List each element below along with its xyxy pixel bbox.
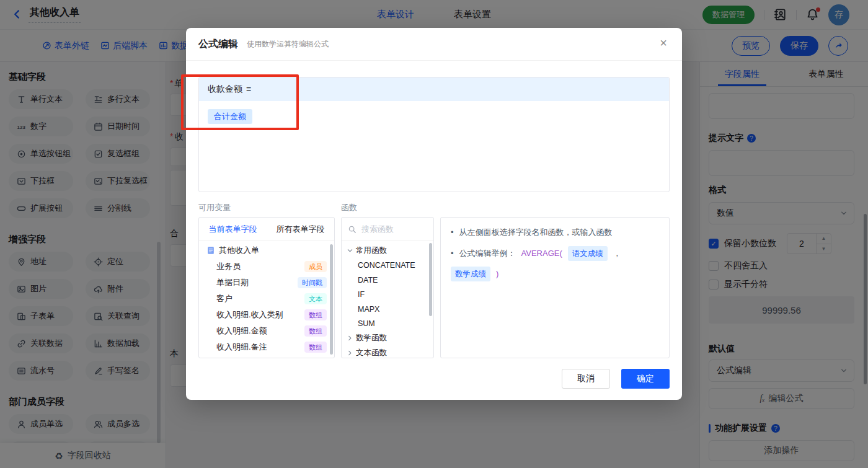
bullet: • — [451, 226, 454, 239]
variable-root[interactable]: 其他收入单 — [199, 242, 334, 258]
variable-item[interactable]: 收入明细.备注数组 — [199, 339, 334, 355]
function-item[interactable]: DATE — [342, 273, 433, 288]
variable-item[interactable]: 客户文本 — [199, 291, 334, 307]
variable-item-partial[interactable] — [199, 355, 334, 358]
app: 其他收入单 表单设计 表单设置 数据管理 存 表单外链后端脚本数据权 预览 保存… — [0, 0, 868, 468]
caret-right-icon — [347, 335, 353, 342]
variable-name: 客户 — [216, 293, 232, 304]
variables-panel: 当前表单字段 所有表单字段 其他收入单 业务员成员单据日期时间戳客户文本收入明细… — [198, 217, 335, 358]
variable-name: 收入明细.金额 — [216, 325, 267, 337]
caret-right-icon — [347, 350, 353, 356]
example-comma: ， — [613, 247, 621, 260]
variable-name: 单据日期 — [216, 277, 249, 288]
variable-type-badge: 文本 — [304, 293, 327, 304]
variable-root-label: 其他收入单 — [219, 245, 259, 256]
tab-all-form-fields[interactable]: 所有表单字段 — [267, 218, 334, 241]
modal-subtitle: 使用数学运算符编辑公式 — [247, 39, 329, 50]
variables-scrollbar[interactable] — [330, 244, 333, 355]
variable-type-badge — [306, 358, 327, 358]
variable-type-badge: 时间戳 — [298, 277, 327, 288]
function-group-label: 文本函数 — [356, 348, 387, 356]
functions-panel: 常用函数CONCATENATEDATEIFMAPXSUM数学函数文本函数 — [341, 217, 434, 358]
function-group[interactable]: 数学函数 — [342, 331, 433, 346]
caret-down-icon — [347, 247, 353, 254]
confirm-button[interactable]: 确定 — [621, 369, 670, 389]
example-field-tag: 数学成绩 — [451, 267, 490, 281]
function-search[interactable] — [342, 218, 433, 241]
tips-panel: •从左侧面板选择字段名和函数，或输入函数 •公式编辑举例：AVERAGE(语文成… — [440, 217, 670, 358]
function-item[interactable]: SUM — [342, 317, 433, 332]
search-icon — [348, 225, 356, 234]
function-group[interactable]: 文本函数 — [342, 346, 433, 357]
variable-name: 收入明细.收入类别 — [216, 309, 283, 320]
variable-name: 业务员 — [216, 261, 241, 272]
functions-scrollbar[interactable] — [429, 243, 432, 316]
document-icon — [206, 246, 215, 255]
function-group-label: 数学函数 — [356, 333, 387, 343]
variables-label: 可用变量 — [198, 202, 341, 213]
function-group[interactable]: 常用函数 — [342, 244, 433, 258]
variable-item[interactable]: 业务员成员 — [199, 258, 334, 275]
example-function-close: ) — [496, 267, 498, 281]
function-item[interactable]: CONCATENATE — [342, 258, 433, 273]
example-function-open: AVERAGE( — [521, 247, 562, 260]
modal-title: 公式编辑 — [198, 38, 238, 51]
tip-text: 从左侧面板选择字段名和函数，或输入函数 — [459, 226, 613, 239]
variable-type-badge: 数组 — [304, 309, 327, 320]
function-item[interactable]: IF — [342, 288, 433, 302]
variable-type-badge: 数组 — [304, 325, 327, 337]
variable-item[interactable]: 收入明细.金额数组 — [199, 323, 334, 339]
variable-type-badge: 数组 — [304, 342, 327, 353]
search-input[interactable] — [360, 224, 422, 234]
variable-name: 收入明细.备注 — [216, 342, 267, 353]
example-field-tag: 语文成绩 — [568, 246, 608, 261]
tab-current-form-fields[interactable]: 当前表单字段 — [199, 218, 267, 241]
variable-item[interactable]: 单据日期时间戳 — [199, 275, 334, 291]
variable-type-badge: 成员 — [304, 261, 327, 272]
function-item[interactable]: MAPX — [342, 302, 433, 317]
function-group-label: 常用函数 — [356, 245, 387, 256]
cancel-button[interactable]: 取消 — [562, 369, 610, 389]
close-icon[interactable]: × — [660, 37, 667, 49]
bullet: • — [451, 247, 454, 260]
tip-example-prefix: 公式编辑举例： — [459, 247, 516, 260]
functions-label: 函数 — [341, 202, 357, 213]
annotation-highlight — [181, 74, 299, 130]
variable-item[interactable]: 收入明细.收入类别数组 — [199, 307, 334, 323]
